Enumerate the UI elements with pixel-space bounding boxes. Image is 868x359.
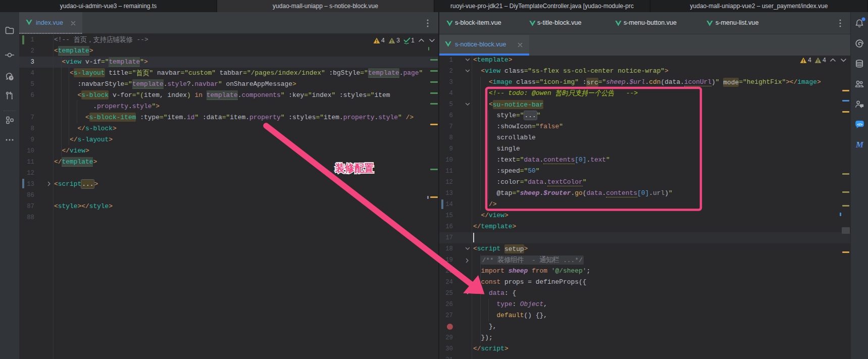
svg-text:装修配置: 装修配置	[335, 162, 374, 174]
